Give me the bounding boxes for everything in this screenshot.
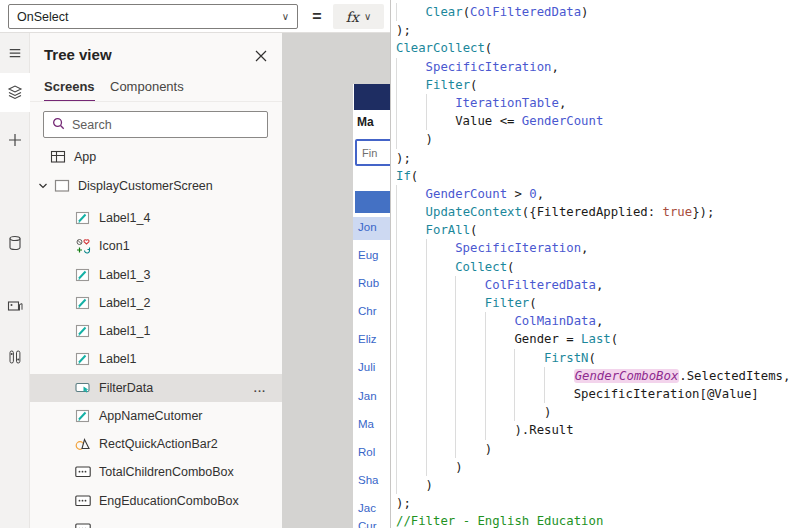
code-line[interactable]: ClearCollect( bbox=[396, 39, 800, 57]
tree-item-appnamecutomer[interactable]: AppNameCutomer bbox=[30, 402, 282, 430]
find-input[interactable]: Fin bbox=[355, 139, 390, 166]
left-navigation-rail bbox=[0, 33, 30, 528]
panel-title: Tree view bbox=[44, 46, 112, 63]
tree-item-label1[interactable]: Label1 bbox=[30, 345, 282, 373]
customer-name-link[interactable]: Jac bbox=[358, 502, 376, 514]
code-line[interactable]: Filter( bbox=[396, 76, 800, 94]
data-icon[interactable] bbox=[0, 228, 30, 258]
customer-name-link[interactable]: Rub bbox=[358, 277, 379, 289]
tree-item-rectquickactionbar2[interactable]: RectQuickActionBar2 bbox=[30, 430, 282, 458]
code-line[interactable]: Filter( bbox=[396, 294, 800, 312]
customer-name-link[interactable]: Eug bbox=[358, 249, 378, 261]
search-placeholder: Search bbox=[72, 118, 112, 132]
tree-view-icon[interactable] bbox=[0, 77, 30, 107]
tree-item-label: Label1_4 bbox=[99, 211, 150, 225]
tab-screens[interactable]: Screens bbox=[44, 79, 95, 102]
app-header-bar[interactable] bbox=[354, 84, 390, 110]
code-line[interactable]: GenderCount > 0, bbox=[396, 185, 800, 203]
button-icon bbox=[75, 380, 91, 396]
tree-item-label1_3[interactable]: Label1_3 bbox=[30, 261, 282, 289]
tree-item-label: App bbox=[74, 150, 96, 164]
code-line[interactable]: ) bbox=[396, 440, 800, 458]
search-input[interactable]: Search bbox=[43, 111, 268, 138]
code-line[interactable]: SpecificIteration, bbox=[396, 239, 800, 257]
code-line[interactable]: ) bbox=[396, 130, 800, 148]
combobox-icon bbox=[75, 521, 91, 528]
code-line[interactable]: SpecificIteration[@Value] bbox=[396, 385, 800, 403]
formula-code[interactable]: Clear(ColFilteredData));ClearCollect(Spe… bbox=[391, 0, 800, 528]
tree-item-clipped[interactable] bbox=[30, 515, 282, 528]
app-artboard[interactable]: Ma Fin JonEugRubChrElizJuliJanMaRolShaJa… bbox=[353, 84, 390, 528]
menu-icon[interactable] bbox=[0, 39, 30, 69]
insert-icon[interactable] bbox=[0, 125, 30, 155]
label-icon bbox=[75, 295, 91, 311]
fx-formula-button[interactable]: fx ∨ bbox=[333, 4, 384, 29]
customer-name-link[interactable]: Eliz bbox=[358, 333, 377, 345]
divider bbox=[30, 101, 282, 102]
property-selector-dropdown[interactable]: OnSelect ∨ bbox=[8, 4, 298, 29]
customer-name-link[interactable]: Rol bbox=[358, 446, 375, 458]
shape-icon bbox=[75, 436, 91, 452]
tab-components[interactable]: Components bbox=[110, 79, 184, 100]
code-line[interactable]: If( bbox=[396, 167, 800, 185]
customer-name-link[interactable]: Jon bbox=[358, 221, 377, 233]
tree-item-label: Label1_2 bbox=[99, 296, 150, 310]
code-line[interactable]: GenderComboBox.SelectedItems, bbox=[396, 367, 800, 385]
code-line[interactable]: ); bbox=[396, 149, 800, 167]
tree-item-filterdata[interactable]: FilterData... bbox=[30, 374, 282, 402]
formula-toolbar: OnSelect ∨ = fx ∨ bbox=[0, 0, 390, 33]
code-line[interactable]: Gender = Last( bbox=[396, 330, 800, 348]
close-icon[interactable] bbox=[252, 47, 270, 65]
chevron-down-icon: ∨ bbox=[282, 11, 289, 22]
icons-icon bbox=[75, 238, 91, 254]
customer-name-link[interactable]: Cur bbox=[358, 520, 377, 528]
tree-item-label: AppNameCutomer bbox=[99, 409, 203, 423]
tree-item-label1_4[interactable]: Label1_4 bbox=[30, 204, 282, 232]
customer-name-link[interactable]: Juli bbox=[358, 361, 375, 373]
code-line[interactable]: ForAll( bbox=[396, 221, 800, 239]
customer-name-link[interactable]: Ma bbox=[358, 418, 374, 430]
tree-item-label: Icon1 bbox=[99, 239, 130, 253]
code-line[interactable]: UpdateContext({FilteredApplied: true}); bbox=[396, 203, 800, 221]
customer-name-link[interactable]: Jan bbox=[358, 390, 377, 402]
customer-name-link[interactable]: Chr bbox=[358, 305, 377, 317]
tree-item-label1_2[interactable]: Label1_2 bbox=[30, 289, 282, 317]
code-line[interactable]: ); bbox=[396, 21, 800, 39]
chevron-down-icon[interactable] bbox=[38, 181, 50, 191]
tools-icon[interactable] bbox=[0, 342, 30, 372]
tree-item-label1_1[interactable]: Label1_1 bbox=[30, 317, 282, 345]
more-options-button[interactable]: ... bbox=[254, 382, 266, 394]
app-title-text[interactable]: Ma bbox=[357, 115, 374, 129]
code-line[interactable]: IterationTable, bbox=[396, 94, 800, 112]
tree-item-label: FilterData bbox=[99, 381, 153, 395]
code-line[interactable]: ) bbox=[396, 476, 800, 494]
code-line[interactable]: ColFilteredData, bbox=[396, 276, 800, 294]
tree-item-displaycustomerscreen[interactable]: DisplayCustomerScreen bbox=[30, 172, 282, 200]
tree-item-icon1[interactable]: Icon1 bbox=[30, 232, 282, 260]
media-icon[interactable] bbox=[0, 292, 30, 322]
formula-editor[interactable]: Clear(ColFilteredData));ClearCollect(Spe… bbox=[390, 0, 800, 528]
code-line[interactable]: ).Result bbox=[396, 421, 800, 439]
code-line[interactable]: FirstN( bbox=[396, 349, 800, 367]
customer-name-link[interactable]: Sha bbox=[358, 474, 378, 486]
code-line[interactable]: Value <= GenderCount bbox=[396, 112, 800, 130]
table-header-bar[interactable] bbox=[355, 191, 390, 213]
tree-item-label: RectQuickActionBar2 bbox=[99, 437, 218, 451]
code-line[interactable]: Clear(ColFilteredData) bbox=[396, 3, 800, 21]
code-line[interactable]: ) bbox=[396, 403, 800, 421]
tree-item-totalchildrencombobox[interactable]: TotalChildrenComboBox bbox=[30, 458, 282, 486]
code-line[interactable]: Collect( bbox=[396, 258, 800, 276]
code-line[interactable]: ) bbox=[396, 458, 800, 476]
tree-item-label: Label1_3 bbox=[99, 268, 150, 282]
label-icon bbox=[75, 267, 91, 283]
tree-item-label: Label1_1 bbox=[99, 324, 150, 338]
canvas-workspace[interactable]: Ma Fin JonEugRubChrElizJuliJanMaRolShaJa… bbox=[282, 33, 390, 528]
code-line[interactable]: //Filter - English Education bbox=[396, 512, 800, 528]
code-line[interactable]: SpecificIteration, bbox=[396, 58, 800, 76]
code-line[interactable]: ); bbox=[396, 494, 800, 512]
tree-item-app[interactable]: App bbox=[30, 143, 282, 171]
screen-icon bbox=[54, 178, 70, 194]
code-line[interactable]: ColMainData, bbox=[396, 312, 800, 330]
tree-item-engeducationcombobox[interactable]: EngEducationComboBox bbox=[30, 487, 282, 515]
chevron-down-icon: ∨ bbox=[364, 11, 371, 22]
